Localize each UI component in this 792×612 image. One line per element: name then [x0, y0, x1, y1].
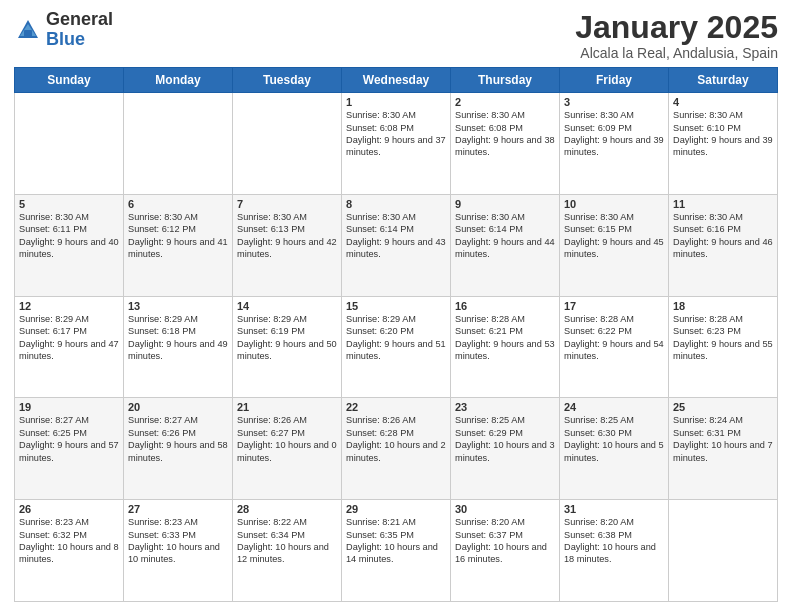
day-number: 12 [19, 300, 119, 312]
day-info: Sunrise: 8:30 AM Sunset: 6:09 PM Dayligh… [564, 109, 664, 159]
day-header-friday: Friday [560, 68, 669, 93]
calendar-cell: 25Sunrise: 8:24 AM Sunset: 6:31 PM Dayli… [669, 398, 778, 500]
calendar-cell: 3Sunrise: 8:30 AM Sunset: 6:09 PM Daylig… [560, 93, 669, 195]
title-block: January 2025 Alcala la Real, Andalusia, … [575, 10, 778, 61]
day-info: Sunrise: 8:28 AM Sunset: 6:23 PM Dayligh… [673, 313, 773, 363]
calendar-cell: 17Sunrise: 8:28 AM Sunset: 6:22 PM Dayli… [560, 296, 669, 398]
day-header-sunday: Sunday [15, 68, 124, 93]
calendar-cell: 21Sunrise: 8:26 AM Sunset: 6:27 PM Dayli… [233, 398, 342, 500]
calendar-cell: 18Sunrise: 8:28 AM Sunset: 6:23 PM Dayli… [669, 296, 778, 398]
day-number: 14 [237, 300, 337, 312]
calendar-week-row: 26Sunrise: 8:23 AM Sunset: 6:32 PM Dayli… [15, 500, 778, 602]
day-header-tuesday: Tuesday [233, 68, 342, 93]
calendar-week-row: 5Sunrise: 8:30 AM Sunset: 6:11 PM Daylig… [15, 194, 778, 296]
day-number: 3 [564, 96, 664, 108]
day-number: 10 [564, 198, 664, 210]
calendar-cell: 8Sunrise: 8:30 AM Sunset: 6:14 PM Daylig… [342, 194, 451, 296]
calendar-cell: 2Sunrise: 8:30 AM Sunset: 6:08 PM Daylig… [451, 93, 560, 195]
calendar-cell: 12Sunrise: 8:29 AM Sunset: 6:17 PM Dayli… [15, 296, 124, 398]
day-info: Sunrise: 8:27 AM Sunset: 6:25 PM Dayligh… [19, 414, 119, 464]
day-number: 30 [455, 503, 555, 515]
calendar-cell: 19Sunrise: 8:27 AM Sunset: 6:25 PM Dayli… [15, 398, 124, 500]
day-number: 8 [346, 198, 446, 210]
day-info: Sunrise: 8:24 AM Sunset: 6:31 PM Dayligh… [673, 414, 773, 464]
calendar-cell: 10Sunrise: 8:30 AM Sunset: 6:15 PM Dayli… [560, 194, 669, 296]
day-number: 5 [19, 198, 119, 210]
calendar-cell: 13Sunrise: 8:29 AM Sunset: 6:18 PM Dayli… [124, 296, 233, 398]
day-info: Sunrise: 8:26 AM Sunset: 6:28 PM Dayligh… [346, 414, 446, 464]
calendar-week-row: 12Sunrise: 8:29 AM Sunset: 6:17 PM Dayli… [15, 296, 778, 398]
day-info: Sunrise: 8:29 AM Sunset: 6:18 PM Dayligh… [128, 313, 228, 363]
calendar-cell: 11Sunrise: 8:30 AM Sunset: 6:16 PM Dayli… [669, 194, 778, 296]
day-info: Sunrise: 8:20 AM Sunset: 6:38 PM Dayligh… [564, 516, 664, 566]
day-info: Sunrise: 8:30 AM Sunset: 6:11 PM Dayligh… [19, 211, 119, 261]
calendar-cell [669, 500, 778, 602]
logo-text: General Blue [46, 10, 113, 50]
calendar-cell: 9Sunrise: 8:30 AM Sunset: 6:14 PM Daylig… [451, 194, 560, 296]
calendar-cell: 24Sunrise: 8:25 AM Sunset: 6:30 PM Dayli… [560, 398, 669, 500]
calendar-cell: 6Sunrise: 8:30 AM Sunset: 6:12 PM Daylig… [124, 194, 233, 296]
calendar-cell: 4Sunrise: 8:30 AM Sunset: 6:10 PM Daylig… [669, 93, 778, 195]
day-info: Sunrise: 8:20 AM Sunset: 6:37 PM Dayligh… [455, 516, 555, 566]
day-number: 31 [564, 503, 664, 515]
calendar-cell: 23Sunrise: 8:25 AM Sunset: 6:29 PM Dayli… [451, 398, 560, 500]
day-info: Sunrise: 8:29 AM Sunset: 6:17 PM Dayligh… [19, 313, 119, 363]
day-number: 29 [346, 503, 446, 515]
calendar-cell: 27Sunrise: 8:23 AM Sunset: 6:33 PM Dayli… [124, 500, 233, 602]
header: General Blue January 2025 Alcala la Real… [14, 10, 778, 61]
day-info: Sunrise: 8:23 AM Sunset: 6:32 PM Dayligh… [19, 516, 119, 566]
day-header-saturday: Saturday [669, 68, 778, 93]
svg-rect-2 [24, 30, 32, 38]
day-info: Sunrise: 8:25 AM Sunset: 6:30 PM Dayligh… [564, 414, 664, 464]
calendar-cell: 1Sunrise: 8:30 AM Sunset: 6:08 PM Daylig… [342, 93, 451, 195]
day-number: 25 [673, 401, 773, 413]
day-info: Sunrise: 8:23 AM Sunset: 6:33 PM Dayligh… [128, 516, 228, 566]
calendar-cell: 30Sunrise: 8:20 AM Sunset: 6:37 PM Dayli… [451, 500, 560, 602]
calendar-cell: 5Sunrise: 8:30 AM Sunset: 6:11 PM Daylig… [15, 194, 124, 296]
day-number: 19 [19, 401, 119, 413]
calendar-cell: 7Sunrise: 8:30 AM Sunset: 6:13 PM Daylig… [233, 194, 342, 296]
day-header-wednesday: Wednesday [342, 68, 451, 93]
day-info: Sunrise: 8:28 AM Sunset: 6:21 PM Dayligh… [455, 313, 555, 363]
day-number: 18 [673, 300, 773, 312]
day-info: Sunrise: 8:22 AM Sunset: 6:34 PM Dayligh… [237, 516, 337, 566]
calendar-cell: 26Sunrise: 8:23 AM Sunset: 6:32 PM Dayli… [15, 500, 124, 602]
day-info: Sunrise: 8:30 AM Sunset: 6:14 PM Dayligh… [346, 211, 446, 261]
day-number: 16 [455, 300, 555, 312]
logo-blue-text: Blue [46, 30, 113, 50]
day-number: 11 [673, 198, 773, 210]
page: General Blue January 2025 Alcala la Real… [0, 0, 792, 612]
logo-general-text: General [46, 10, 113, 30]
calendar-week-row: 19Sunrise: 8:27 AM Sunset: 6:25 PM Dayli… [15, 398, 778, 500]
day-number: 20 [128, 401, 228, 413]
day-number: 2 [455, 96, 555, 108]
day-number: 27 [128, 503, 228, 515]
calendar-cell [124, 93, 233, 195]
logo: General Blue [14, 10, 113, 50]
calendar-cell: 31Sunrise: 8:20 AM Sunset: 6:38 PM Dayli… [560, 500, 669, 602]
day-info: Sunrise: 8:30 AM Sunset: 6:15 PM Dayligh… [564, 211, 664, 261]
calendar-cell: 29Sunrise: 8:21 AM Sunset: 6:35 PM Dayli… [342, 500, 451, 602]
calendar-cell: 22Sunrise: 8:26 AM Sunset: 6:28 PM Dayli… [342, 398, 451, 500]
day-info: Sunrise: 8:30 AM Sunset: 6:12 PM Dayligh… [128, 211, 228, 261]
day-number: 21 [237, 401, 337, 413]
calendar-table: SundayMondayTuesdayWednesdayThursdayFrid… [14, 67, 778, 602]
day-number: 24 [564, 401, 664, 413]
month-title: January 2025 [575, 10, 778, 45]
day-number: 22 [346, 401, 446, 413]
calendar-cell: 14Sunrise: 8:29 AM Sunset: 6:19 PM Dayli… [233, 296, 342, 398]
days-header-row: SundayMondayTuesdayWednesdayThursdayFrid… [15, 68, 778, 93]
generalblue-icon [14, 16, 42, 44]
day-number: 9 [455, 198, 555, 210]
day-info: Sunrise: 8:27 AM Sunset: 6:26 PM Dayligh… [128, 414, 228, 464]
day-number: 13 [128, 300, 228, 312]
day-info: Sunrise: 8:28 AM Sunset: 6:22 PM Dayligh… [564, 313, 664, 363]
calendar-cell: 15Sunrise: 8:29 AM Sunset: 6:20 PM Dayli… [342, 296, 451, 398]
day-number: 4 [673, 96, 773, 108]
calendar-cell: 20Sunrise: 8:27 AM Sunset: 6:26 PM Dayli… [124, 398, 233, 500]
day-info: Sunrise: 8:26 AM Sunset: 6:27 PM Dayligh… [237, 414, 337, 464]
day-info: Sunrise: 8:30 AM Sunset: 6:14 PM Dayligh… [455, 211, 555, 261]
day-header-monday: Monday [124, 68, 233, 93]
day-number: 28 [237, 503, 337, 515]
calendar-week-row: 1Sunrise: 8:30 AM Sunset: 6:08 PM Daylig… [15, 93, 778, 195]
